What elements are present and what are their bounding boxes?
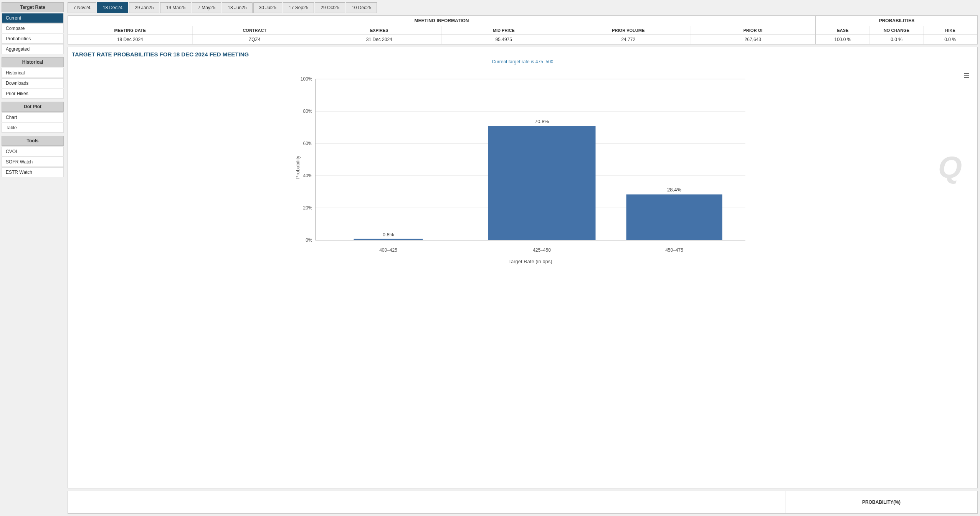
svg-text:80%: 80% bbox=[303, 109, 312, 114]
bar-425-450 bbox=[488, 126, 596, 240]
main-content: 7 Nov24 18 Dec24 29 Jan25 19 Mar25 7 May… bbox=[65, 0, 980, 516]
col-ease: EASE bbox=[816, 26, 870, 35]
sidebar-item-probabilities[interactable]: Probabilities bbox=[2, 34, 64, 44]
tools-header: Tools bbox=[2, 136, 64, 146]
svg-text:20%: 20% bbox=[303, 205, 312, 211]
chart-container: TARGET RATE PROBABILITIES FOR 18 DEC 202… bbox=[68, 47, 978, 488]
sidebar-item-current[interactable]: Current bbox=[2, 13, 64, 23]
bar-450-475 bbox=[626, 195, 722, 240]
sidebar-item-sofr-watch[interactable]: SOFR Watch bbox=[2, 157, 64, 167]
val-no-change: 0.0 % bbox=[870, 35, 924, 44]
val-expires: 31 Dec 2024 bbox=[317, 35, 442, 44]
col-prior-volume: PRIOR VOLUME bbox=[566, 26, 691, 35]
col-hike: HIKE bbox=[924, 26, 977, 35]
tab-30jul25[interactable]: 30 Jul25 bbox=[253, 2, 282, 13]
bar-label-425-450: 70.8% bbox=[535, 119, 549, 124]
x-label-400-425: 400–425 bbox=[379, 247, 397, 253]
dot-plot-header: Dot Plot bbox=[2, 102, 64, 112]
tab-7may25[interactable]: 7 May25 bbox=[192, 2, 221, 13]
val-prior-oi: 267,643 bbox=[691, 35, 816, 44]
chart-title: TARGET RATE PROBABILITIES FOR 18 DEC 202… bbox=[72, 51, 973, 58]
sidebar-section-tools: Tools CVOL SOFR Watch ESTR Watch bbox=[0, 136, 65, 177]
meeting-info: MEETING INFORMATION MEETING DATE CONTRAC… bbox=[68, 16, 816, 44]
sidebar-item-chart[interactable]: Chart bbox=[2, 112, 64, 122]
tab-29oct25[interactable]: 29 Oct25 bbox=[315, 2, 345, 13]
val-contract: ZQZ4 bbox=[193, 35, 317, 44]
tab-18dec24[interactable]: 18 Dec24 bbox=[97, 2, 128, 13]
sidebar-item-downloads[interactable]: Downloads bbox=[2, 78, 64, 88]
x-axis-title: Target Rate (in bps) bbox=[508, 259, 552, 264]
probabilities-title: PROBABILITIES bbox=[816, 16, 977, 26]
prob-header: EASE NO CHANGE HIKE bbox=[816, 26, 977, 35]
hamburger-icon[interactable]: ☰ bbox=[963, 71, 970, 80]
sidebar-item-historical[interactable]: Historical bbox=[2, 68, 64, 78]
bar-label-400-425: 0.8% bbox=[383, 232, 394, 237]
val-ease: 100.0 % bbox=[816, 35, 870, 44]
chart-wrapper: ☰ Q Probability 100% 80% 60% bbox=[72, 68, 973, 267]
sidebar-item-compare[interactable]: Compare bbox=[2, 23, 64, 33]
bottom-panel: PROBABILITY(%) bbox=[68, 491, 978, 514]
meeting-info-header: MEETING DATE CONTRACT EXPIRES MID PRICE … bbox=[68, 26, 815, 35]
probability-pct-label: PROBABILITY(%) bbox=[785, 497, 977, 507]
col-contract: CONTRACT bbox=[193, 26, 317, 35]
y-axis-label: Probability bbox=[295, 155, 301, 179]
col-prior-oi: PRIOR OI bbox=[691, 26, 816, 35]
meeting-info-row: 18 Dec 2024 ZQZ4 31 Dec 2024 95.4975 24,… bbox=[68, 35, 815, 44]
bar-label-450-475: 28.4% bbox=[667, 187, 681, 193]
svg-text:40%: 40% bbox=[303, 173, 312, 178]
chart-subtitle: Current target rate is 475–500 bbox=[72, 59, 973, 64]
col-meeting-date: MEETING DATE bbox=[68, 26, 193, 35]
tab-29jan25[interactable]: 29 Jan25 bbox=[129, 2, 159, 13]
col-expires: EXPIRES bbox=[317, 26, 442, 35]
val-prior-volume: 24,772 bbox=[566, 35, 691, 44]
sidebar-item-cvol[interactable]: CVOL bbox=[2, 147, 64, 157]
sidebar-item-aggregated[interactable]: Aggregated bbox=[2, 44, 64, 54]
svg-text:0%: 0% bbox=[306, 237, 312, 243]
tab-7nov24[interactable]: 7 Nov24 bbox=[68, 2, 96, 13]
col-no-change: NO CHANGE bbox=[870, 26, 924, 35]
val-mid-price: 95.4975 bbox=[442, 35, 567, 44]
val-meeting-date: 18 Dec 2024 bbox=[68, 35, 193, 44]
sidebar-item-table[interactable]: Table bbox=[2, 123, 64, 133]
sidebar: Target Rate Current Compare Probabilitie… bbox=[0, 0, 65, 516]
sidebar-section-historical: Historical Historical Downloads Prior Hi… bbox=[0, 57, 65, 99]
sidebar-item-estr-watch[interactable]: ESTR Watch bbox=[2, 167, 64, 177]
prob-row: 100.0 % 0.0 % 0.0 % bbox=[816, 35, 977, 44]
x-label-425-450: 425–450 bbox=[533, 247, 551, 253]
date-tabs: 7 Nov24 18 Dec24 29 Jan25 19 Mar25 7 May… bbox=[68, 2, 978, 13]
info-panel: MEETING INFORMATION MEETING DATE CONTRAC… bbox=[68, 15, 978, 45]
tab-17sep25[interactable]: 17 Sep25 bbox=[283, 2, 314, 13]
tab-19mar25[interactable]: 19 Mar25 bbox=[160, 2, 191, 13]
bar-chart: Probability 100% 80% 60% 40% bbox=[72, 68, 973, 267]
val-hike: 0.0 % bbox=[924, 35, 977, 44]
sidebar-section-target-rate: Target Rate Current Compare Probabilitie… bbox=[0, 2, 65, 54]
col-mid-price: MID PRICE bbox=[442, 26, 567, 35]
sidebar-section-dot-plot: Dot Plot Chart Table bbox=[0, 102, 65, 133]
x-label-450-475: 450–475 bbox=[665, 247, 683, 253]
historical-header: Historical bbox=[2, 57, 64, 67]
sidebar-item-prior-hikes[interactable]: Prior Hikes bbox=[2, 89, 64, 99]
meeting-info-title: MEETING INFORMATION bbox=[68, 16, 815, 26]
bottom-panel-left bbox=[68, 491, 785, 513]
tab-18jun25[interactable]: 18 Jun25 bbox=[222, 2, 252, 13]
bar-400-425 bbox=[354, 239, 423, 240]
probabilities-panel: PROBABILITIES EASE NO CHANGE HIKE 100.0 … bbox=[816, 16, 977, 44]
svg-text:100%: 100% bbox=[301, 76, 312, 82]
svg-text:60%: 60% bbox=[303, 141, 312, 146]
target-rate-header: Target Rate bbox=[2, 2, 64, 12]
tab-10dec25[interactable]: 10 Dec25 bbox=[346, 2, 377, 13]
